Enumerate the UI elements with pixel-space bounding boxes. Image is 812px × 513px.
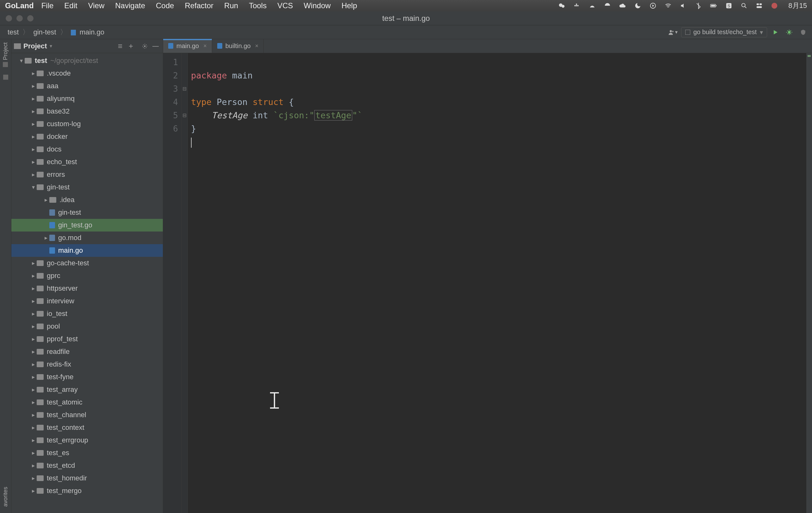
bluetooth-icon[interactable] — [695, 2, 702, 9]
menu-window[interactable]: Window — [304, 1, 331, 10]
crumb-gin-test[interactable]: gin-test — [30, 27, 59, 38]
tree-node-main-go[interactable]: main.go — [11, 244, 163, 257]
expand-arrow-icon[interactable] — [30, 297, 36, 305]
input-icon[interactable]: S — [725, 2, 733, 9]
expand-arrow-icon[interactable] — [30, 285, 36, 292]
tree-node-go-mod[interactable]: go.mod — [11, 231, 163, 244]
fold-gutter[interactable]: ⊟ ⊟ — [181, 53, 188, 513]
cloud-icon[interactable] — [619, 2, 627, 9]
debug-button[interactable] — [784, 27, 795, 38]
menu-view[interactable]: View — [88, 1, 105, 10]
hide-panel-icon[interactable]: — — [151, 41, 160, 51]
tree-node-gin-test[interactable]: gin-test — [11, 181, 163, 194]
expand-arrow-icon[interactable] — [30, 450, 36, 456]
gutter-project-button[interactable]: Project — [2, 42, 9, 67]
tree-node-custom-log[interactable]: custom-log — [11, 118, 163, 130]
tree-node-pool[interactable]: pool — [11, 320, 163, 333]
menu-navigate[interactable]: Navigate — [115, 1, 145, 10]
menu-edit[interactable]: Edit — [64, 1, 77, 10]
expand-arrow-icon[interactable] — [30, 133, 36, 140]
gear-icon[interactable] — [140, 41, 150, 51]
menu-tools[interactable]: Tools — [249, 1, 266, 10]
expand-arrow-icon[interactable] — [30, 462, 36, 469]
expand-arrow-icon[interactable] — [30, 120, 36, 127]
chevron-down-icon[interactable]: ▾ — [50, 43, 52, 49]
expand-arrow-icon[interactable] — [30, 83, 36, 89]
menu-vcs[interactable]: VCS — [277, 1, 293, 10]
menu-refactor[interactable]: Refactor — [185, 1, 213, 10]
tree-node-gin-test-go[interactable]: gin_test.go — [11, 219, 163, 231]
tree-node-test-context[interactable]: test_context — [11, 421, 163, 434]
tab-builtin-go[interactable]: builtin.go × — [212, 39, 264, 53]
expand-arrow-icon[interactable] — [30, 348, 36, 355]
minimize-window-icon[interactable] — [17, 15, 23, 22]
tree-node-test-etcd[interactable]: test_etcd — [11, 459, 163, 472]
tree-node-test-fyne[interactable]: test-fyne — [11, 371, 163, 383]
tree-node--idea[interactable]: .idea — [11, 194, 163, 206]
search-icon[interactable] — [740, 2, 748, 9]
editor-scrollbar[interactable] — [806, 53, 812, 513]
tree-node-test-es[interactable]: test_es — [11, 447, 163, 459]
docker-icon[interactable] — [573, 2, 581, 9]
menubar-date[interactable]: 8月15 — [788, 1, 807, 10]
expand-all-icon[interactable] — [126, 41, 136, 51]
tree-node-test-mergo[interactable]: test_mergo — [11, 485, 163, 497]
tree-node--vscode[interactable]: .vscode — [11, 67, 163, 80]
tree-node-test-atomic[interactable]: test_atomic — [11, 396, 163, 409]
tree-node-gin-test[interactable]: gin-test — [11, 206, 163, 219]
coverage-button[interactable] — [798, 27, 809, 38]
expand-arrow-icon[interactable] — [30, 386, 36, 393]
expand-arrow-icon[interactable] — [30, 272, 36, 279]
tree-node-httpserver[interactable]: httpserver — [11, 282, 163, 295]
expand-arrow-icon[interactable] — [30, 310, 36, 317]
wifi-icon[interactable] — [664, 2, 672, 9]
add-user-button[interactable]: ▾ — [667, 27, 678, 38]
structure-tool-icon[interactable] — [3, 75, 8, 80]
project-tree[interactable]: test ~/goproject/test .vscodeaaaaliyunmq… — [11, 53, 163, 513]
crumb-main-go[interactable]: main.go — [68, 27, 108, 38]
traffic-lights[interactable] — [0, 15, 33, 22]
expand-arrow-icon[interactable] — [30, 95, 36, 102]
tree-node-test-errgroup[interactable]: test_errgroup — [11, 434, 163, 447]
select-opened-icon[interactable] — [115, 41, 125, 51]
menu-run[interactable]: Run — [224, 1, 238, 10]
expand-arrow-icon[interactable] — [18, 57, 24, 64]
expand-arrow-icon[interactable] — [30, 323, 36, 330]
menu-code[interactable]: Code — [156, 1, 174, 10]
expand-arrow-icon[interactable] — [30, 336, 36, 343]
tree-node-redis-fix[interactable]: redis-fix — [11, 358, 163, 371]
tree-node-echo-test[interactable]: echo_test — [11, 155, 163, 168]
tree-node-test-homedir[interactable]: test_homedir — [11, 472, 163, 485]
tree-node-docker[interactable]: docker — [11, 130, 163, 143]
battery-icon[interactable] — [710, 2, 718, 9]
tree-node-base32[interactable]: base32 — [11, 105, 163, 118]
tree-node-errors[interactable]: errors — [11, 168, 163, 181]
expand-arrow-icon[interactable] — [30, 184, 36, 191]
control-center-icon[interactable] — [755, 2, 763, 9]
project-panel-title[interactable]: Project — [23, 42, 47, 50]
tree-node-readfile[interactable]: readfile — [11, 345, 163, 358]
code-content[interactable]: package main type Person struct { TestAg… — [188, 53, 806, 513]
expand-arrow-icon[interactable] — [43, 234, 49, 241]
expand-arrow-icon[interactable] — [30, 361, 36, 368]
run-config-selector[interactable]: go build test/echo_test ▾ — [681, 27, 767, 37]
umbrella-icon[interactable] — [604, 2, 611, 9]
expand-arrow-icon[interactable] — [30, 424, 36, 431]
expand-arrow-icon[interactable] — [30, 373, 36, 380]
code-editor[interactable]: 1 2 3 4 5 6 ⊟ ⊟ package main type Person… — [163, 53, 812, 513]
menu-help[interactable]: Help — [342, 1, 357, 10]
expand-arrow-icon[interactable] — [30, 108, 36, 115]
expand-arrow-icon[interactable] — [30, 146, 36, 153]
close-tab-icon[interactable]: × — [255, 43, 259, 49]
tab-main-go[interactable]: main.go × — [163, 39, 212, 53]
tree-node-io-test[interactable]: io_test — [11, 307, 163, 320]
tray-icon-1[interactable] — [588, 2, 596, 9]
close-tab-icon[interactable]: × — [203, 43, 207, 49]
moon-icon[interactable] — [634, 2, 642, 9]
expand-arrow-icon[interactable] — [30, 475, 36, 482]
expand-arrow-icon[interactable] — [30, 399, 36, 406]
tree-node-aliyunmq[interactable]: aliyunmq — [11, 92, 163, 105]
tree-node-docs[interactable]: docs — [11, 143, 163, 155]
run-button[interactable] — [770, 27, 781, 38]
tree-node-test-array[interactable]: test_array — [11, 383, 163, 396]
